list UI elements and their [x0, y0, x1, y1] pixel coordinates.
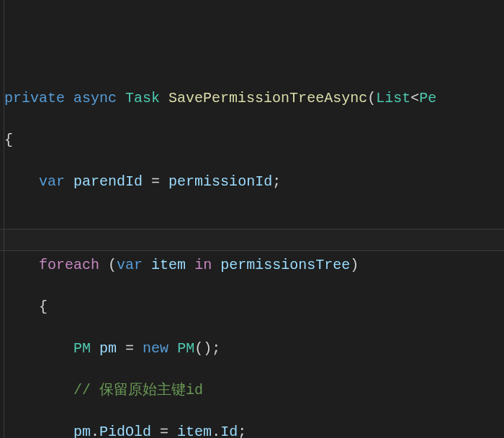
keyword-async: async [73, 90, 117, 106]
code-line: PM pm = new PM(); [3, 338, 504, 359]
var-permissionid: permissionId [168, 173, 272, 190]
var-pm: pm [99, 340, 117, 357]
code-line: { [3, 129, 504, 150]
var-permissionstree: permissionsTree [220, 257, 350, 273]
type-param: Pe [419, 90, 436, 106]
prop-id: Id [220, 424, 238, 438]
brace-open: { [39, 298, 48, 315]
code-line: pm.PidOld = item.Id; [3, 421, 504, 438]
code-line: foreach (var item in permissionsTree) [3, 255, 504, 275]
code-line: var parendId = permissionId; [3, 171, 504, 192]
var-pm: pm [73, 424, 91, 438]
var-item: item [177, 424, 212, 438]
code-line [3, 213, 504, 234]
keyword-new: new [143, 340, 168, 357]
prop-pidold: PidOld [99, 424, 151, 438]
type-pm: PM [177, 340, 194, 357]
code-line: { [3, 296, 504, 317]
code-line: // 保留原始主键id [3, 380, 504, 401]
keyword-var: var [117, 257, 143, 273]
keyword-in: in [194, 257, 212, 273]
brace-open: { [4, 132, 13, 148]
type-pm: PM [73, 340, 91, 357]
var-item: item [151, 257, 186, 273]
method-name: SavePermissionTreeAsync [168, 90, 367, 106]
var-parendid: parendId [73, 173, 143, 190]
keyword-var: var [39, 173, 65, 190]
code-editor[interactable]: private async Task SavePermissionTreeAsy… [0, 0, 504, 438]
keyword-private: private [4, 90, 65, 106]
comment: // 保留原始主键id [73, 382, 203, 398]
code-line: private async Task SavePermissionTreeAsy… [3, 88, 504, 109]
type-list: List [376, 90, 410, 106]
type-task: Task [125, 90, 160, 106]
keyword-foreach: foreach [39, 257, 99, 273]
